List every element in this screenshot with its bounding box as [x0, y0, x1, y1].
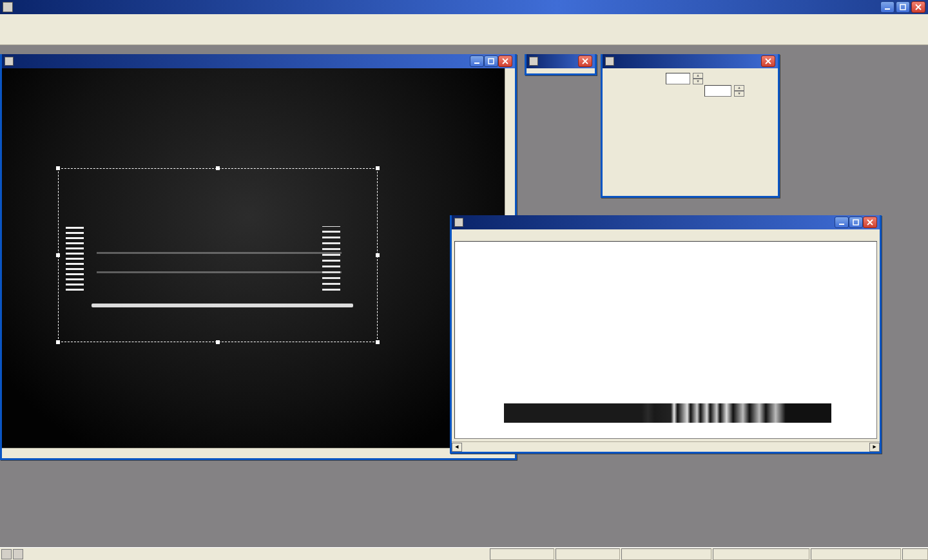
- lane-profile-maximize-button[interactable]: [849, 217, 863, 228]
- app-maximize-button[interactable]: [896, 1, 910, 13]
- aoi-handle[interactable]: [376, 340, 380, 344]
- lane-profile-icon: [454, 218, 463, 227]
- lane-profile-scrollbar[interactable]: ◄ ►: [452, 441, 880, 452]
- lane-profile-minimize-button[interactable]: [835, 217, 849, 228]
- look-for-spinner[interactable]: ▲▼: [734, 85, 744, 97]
- plot-svg: [455, 244, 876, 402]
- image-window-icon: [5, 57, 14, 66]
- status-coord: [490, 548, 554, 560]
- lane-profile-menubar: [452, 229, 880, 241]
- gel-image[interactable]: [2, 68, 515, 458]
- app-titlebar: [0, 0, 928, 14]
- svg-rect-1: [900, 5, 905, 10]
- statusbar: [0, 547, 928, 560]
- app-close-button[interactable]: [911, 1, 925, 13]
- panel-1d-gel-close-button[interactable]: [578, 55, 592, 67]
- scroll-left-button[interactable]: ◄: [452, 443, 462, 452]
- status-val: [556, 548, 620, 560]
- image-window-titlebar[interactable]: [2, 54, 515, 68]
- image-minimize-button[interactable]: [470, 55, 484, 67]
- image-close-button[interactable]: [498, 55, 512, 67]
- panel-1d-gel: [525, 54, 597, 75]
- lane-width-spinner[interactable]: ▲▼: [693, 73, 703, 84]
- lane-profile-window: ◄ ►: [450, 215, 882, 454]
- statusbar-icon-2[interactable]: [13, 549, 23, 559]
- svg-rect-3: [488, 59, 494, 64]
- svg-rect-5: [853, 220, 858, 225]
- aoi-rectangle[interactable]: [58, 168, 378, 342]
- lane-profile-close-button[interactable]: [863, 217, 877, 228]
- menubar: [0, 14, 928, 27]
- status-selection: [621, 548, 711, 560]
- statusbar-icon-1[interactable]: [1, 549, 12, 559]
- image-window: [0, 54, 517, 460]
- lane-width-input: [666, 73, 690, 84]
- lane-profile-titlebar[interactable]: [452, 215, 880, 229]
- lanes-dialog-close-button[interactable]: [761, 55, 775, 67]
- status-wh: [713, 548, 809, 560]
- aoi-handle[interactable]: [216, 166, 220, 170]
- image-scrollbar-horizontal[interactable]: [2, 448, 515, 458]
- app-minimize-button[interactable]: [880, 1, 894, 13]
- lane-strip-image: [504, 403, 831, 423]
- panel-1d-gel-icon: [529, 57, 538, 66]
- panel-1d-gel-titlebar[interactable]: [527, 54, 595, 68]
- status-memory: [902, 548, 928, 560]
- aoi-handle[interactable]: [56, 340, 60, 344]
- workspace: ▲▼ ▲▼: [0, 45, 928, 547]
- toolbar: [0, 27, 928, 45]
- aoi-handle[interactable]: [376, 253, 380, 257]
- aoi-handle[interactable]: [56, 253, 60, 257]
- status-units: [811, 548, 901, 560]
- aoi-handle[interactable]: [216, 340, 220, 344]
- aoi-handle[interactable]: [56, 166, 60, 170]
- app-icon: [3, 2, 13, 12]
- lane-profile-plot[interactable]: [454, 241, 877, 439]
- svg-rect-4: [839, 224, 844, 225]
- lanes-dialog-icon: [605, 57, 614, 66]
- look-for-input: [704, 85, 731, 97]
- image-maximize-button[interactable]: [484, 55, 498, 67]
- svg-rect-0: [885, 8, 890, 10]
- lanes-dialog: ▲▼ ▲▼: [601, 54, 780, 198]
- scroll-right-button[interactable]: ►: [869, 443, 880, 452]
- lanes-dialog-titlebar[interactable]: [603, 54, 778, 68]
- svg-rect-2: [474, 63, 479, 64]
- aoi-handle[interactable]: [376, 166, 380, 170]
